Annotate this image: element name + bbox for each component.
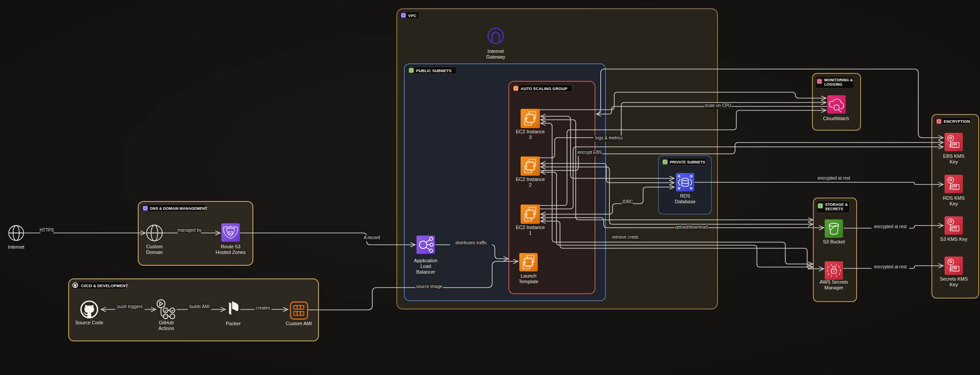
svg-text:Balancer: Balancer <box>416 269 435 274</box>
svg-text:logs & metrics: logs & metrics <box>595 135 623 140</box>
svg-text:EBS KMS: EBS KMS <box>943 153 965 159</box>
svg-text:STORAGE &: STORAGE & <box>825 202 848 207</box>
svg-text:upload/download: upload/download <box>675 225 708 229</box>
svg-text:53: 53 <box>228 230 233 236</box>
svg-text:Custom AMI: Custom AMI <box>286 321 312 326</box>
svg-text:SECRETS: SECRETS <box>825 207 843 211</box>
svg-text:creates: creates <box>256 306 270 310</box>
svg-text:AUTO SCALING GROUP: AUTO SCALING GROUP <box>521 87 567 91</box>
svg-text:encrypt EBS: encrypt EBS <box>578 150 602 155</box>
svg-text:S3 KMS Key: S3 KMS Key <box>940 236 968 242</box>
svg-text:Gateway: Gateway <box>486 54 505 59</box>
svg-text:EC2 Instance: EC2 Instance <box>516 129 545 134</box>
svg-text:Internet: Internet <box>487 49 504 54</box>
svg-text:Packer: Packer <box>226 321 241 326</box>
svg-text:Key: Key <box>950 159 958 164</box>
svg-text:Load: Load <box>420 264 431 269</box>
svg-text:GitHub: GitHub <box>159 320 174 325</box>
svg-text:AWS Secrets: AWS Secrets <box>820 279 848 285</box>
svg-text:EC2 Instance: EC2 Instance <box>516 225 545 230</box>
svg-text:Key: Key <box>950 201 958 206</box>
svg-text:Route 53: Route 53 <box>221 244 241 249</box>
svg-text:EC2 Instance: EC2 Instance <box>516 177 545 182</box>
svg-text:S3 Bucket: S3 Bucket <box>823 239 845 244</box>
svg-text:Internet: Internet <box>8 244 24 250</box>
svg-text:distributes traffic: distributes traffic <box>455 240 487 245</box>
svg-text:encrypted at rest: encrypted at rest <box>874 264 907 269</box>
svg-text:builds AMI: builds AMI <box>189 304 210 309</box>
svg-text:Template: Template <box>519 279 539 284</box>
svg-text:Hosted Zones: Hosted Zones <box>216 250 246 255</box>
svg-text:encrypted at rest: encrypted at rest <box>818 176 850 181</box>
svg-text:CI/CD & DEVELOPMENT: CI/CD & DEVELOPMENT <box>81 284 128 288</box>
svg-text:Application: Application <box>414 258 438 263</box>
svg-text:Manager: Manager <box>824 285 844 290</box>
svg-text:push triggers: push triggers <box>117 304 143 309</box>
svg-text:VPC: VPC <box>408 14 416 18</box>
svg-text:A record: A record <box>364 235 380 240</box>
svg-text:Secrets KMS: Secrets KMS <box>940 276 968 281</box>
svg-text:Key: Key <box>950 282 958 287</box>
svg-text:ENCRYPTION: ENCRYPTION <box>944 119 970 124</box>
svg-text:scale on CPU: scale on CPU <box>704 103 731 108</box>
svg-text:encrypted at rest: encrypted at rest <box>874 224 907 229</box>
svg-text:managed by: managed by <box>177 228 201 233</box>
svg-text:RDS: RDS <box>680 193 690 198</box>
svg-text:Custom: Custom <box>146 244 163 249</box>
svg-text:Actions: Actions <box>158 326 175 331</box>
svg-text:1: 1 <box>529 230 532 236</box>
svg-text:RDS KMS: RDS KMS <box>943 195 965 201</box>
svg-text:DNS & DOMAIN MANAGEMENT: DNS & DOMAIN MANAGEMENT <box>150 206 208 211</box>
svg-text:2: 2 <box>529 182 532 188</box>
svg-text:Domain: Domain <box>146 250 163 255</box>
svg-text:Database: Database <box>675 199 695 204</box>
svg-text:CloudWatch: CloudWatch <box>823 116 849 121</box>
svg-text:HTTPS: HTTPS <box>40 228 54 233</box>
svg-text:Launch: Launch <box>521 273 536 278</box>
svg-text:MONITORING &: MONITORING & <box>824 78 853 82</box>
svg-text:3: 3 <box>529 135 532 140</box>
svg-text:retrieve creds: retrieve creds <box>612 235 639 240</box>
svg-text:PRIVATE SUBNETS: PRIVATE SUBNETS <box>670 160 705 164</box>
svg-text:source image: source image <box>416 284 442 289</box>
svg-text:LOGGING: LOGGING <box>824 82 842 87</box>
svg-text:PUBLIC SUBNETS: PUBLIC SUBNETS <box>416 69 452 73</box>
svg-text:Source Code: Source Code <box>75 320 103 325</box>
svg-text:JDBC: JDBC <box>622 199 633 204</box>
